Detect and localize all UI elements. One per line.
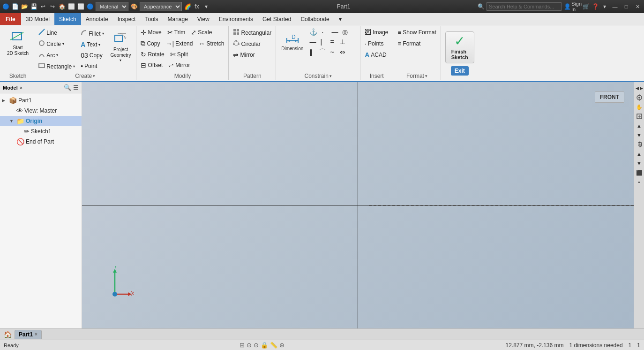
print-icon[interactable]: 🔵 (86, 3, 94, 10)
mirror-pattern-button[interactable]: ⇌ Mirror (231, 50, 257, 60)
rectangle-button[interactable]: Rectangle ▾ (36, 61, 77, 72)
search-icon[interactable]: 🔍 (477, 3, 485, 10)
circle-button[interactable]: Circle ▾ (36, 38, 67, 49)
symmetric-button[interactable]: ⇔ (338, 47, 347, 57)
help-icon[interactable]: ❓ (592, 3, 599, 10)
home-tab-icon[interactable]: 🏠 (2, 330, 14, 339)
pan-button[interactable]: ✋ (635, 103, 644, 111)
trim-button[interactable]: ✂ Trim (165, 27, 188, 38)
model-tab[interactable]: Model (3, 85, 18, 91)
menu-manage[interactable]: Manage (163, 13, 192, 25)
appearance-dropdown[interactable]: AppearanceAppearance (140, 2, 182, 11)
split-button[interactable]: ✄ Split (168, 49, 190, 60)
tree-item-part1[interactable]: ▶ 📦 Part1 (0, 95, 82, 106)
fillet-button[interactable]: Fillet ▾ (78, 28, 106, 39)
tree-item-sketch1[interactable]: ✏ Sketch1 (0, 126, 82, 137)
redo-icon[interactable]: ↪ (49, 3, 56, 10)
mirror-button[interactable]: ⇌ Mirror (166, 60, 192, 70)
rotate-button[interactable]: ⊞ (635, 140, 644, 149)
stretch-button[interactable]: ↔ Stretch (196, 38, 226, 49)
view-icon[interactable]: ⬜ (67, 3, 75, 10)
zoom-button[interactable] (635, 112, 644, 121)
start-2d-sketch-button[interactable]: Start2D Sketch (4, 27, 32, 59)
rectangular-button[interactable]: Rectangular (231, 27, 274, 38)
text-button[interactable]: A Text ▾ (78, 39, 103, 50)
coincident-button[interactable]: · (320, 27, 329, 37)
collinear-button[interactable]: — (329, 27, 340, 37)
look-at-button[interactable] (635, 93, 644, 102)
maximize-button[interactable]: □ (622, 2, 631, 11)
home-icon[interactable]: 🏠 (58, 3, 66, 10)
tree-item-view-master[interactable]: 👁 View: Master (0, 106, 82, 116)
points-button[interactable]: · Points (362, 38, 386, 49)
sign-in-label[interactable]: Sign In (573, 3, 580, 10)
settings-button[interactable]: • (635, 178, 644, 186)
perpendicular-button[interactable]: ⊥ (338, 37, 347, 46)
view-dropdown-icon[interactable]: ⬜ (77, 3, 84, 10)
save-file-icon[interactable]: 💾 (30, 3, 37, 10)
exit-button[interactable]: Exit (451, 66, 469, 76)
search-input[interactable] (487, 2, 562, 11)
fix-button[interactable]: ⚓ (307, 27, 319, 37)
crosshair-icon[interactable]: ⊕ (279, 342, 285, 349)
copy-button[interactable]: 03 Copy (78, 50, 105, 61)
fx-icon[interactable]: fx (193, 3, 201, 10)
acad-button[interactable]: A ACAD (362, 50, 389, 60)
image-button[interactable]: 🖼 Image (362, 27, 390, 38)
project-geometry-button[interactable]: ProjectGeometry ▾ (107, 29, 135, 65)
tree-item-origin[interactable]: ▼ 📁 Origin (0, 116, 82, 126)
new-file-icon[interactable]: 📄 (11, 3, 19, 10)
copy2-button[interactable]: ⧉ Copy (138, 38, 162, 49)
material-dropdown[interactable]: MaterialMaterial (96, 2, 128, 11)
zoom-up-button[interactable]: ▲ (635, 122, 644, 130)
tree-item-end-of-part[interactable]: 🚫 End of Part (0, 137, 82, 147)
search-sidebar-icon[interactable]: 🔍 (64, 84, 71, 91)
constrain-expand-icon[interactable]: ▾ (329, 74, 332, 78)
menu-view[interactable]: View (193, 13, 214, 25)
add-tab[interactable]: + (24, 85, 27, 91)
menu-tools[interactable]: Tools (140, 13, 163, 25)
snap-icon[interactable]: ⊙ (247, 342, 252, 349)
create-expand-icon[interactable]: ▾ (93, 74, 95, 78)
move-button[interactable]: ✛ Move (138, 27, 164, 38)
undo-icon[interactable]: ↩ (39, 3, 47, 10)
tangent-button[interactable]: ⌒ (317, 47, 328, 57)
dimension-button[interactable]: D Dimension (278, 28, 307, 54)
close-button[interactable]: ✕ (633, 2, 642, 11)
menu-more[interactable]: ▾ (334, 13, 346, 25)
part1-tab-close[interactable]: × (35, 332, 37, 337)
notifications-icon[interactable]: 🛒 (582, 3, 590, 10)
parallel-button[interactable]: ∥ (307, 47, 317, 57)
settings-sidebar-icon[interactable]: ☰ (73, 84, 79, 91)
format-button[interactable]: ≡ Format (395, 38, 423, 49)
show-format-button[interactable]: ≡ Show Format (395, 27, 439, 38)
horizontal-button[interactable]: — (307, 37, 318, 46)
format-expand-icon[interactable]: ▾ (425, 74, 427, 78)
smooth-button[interactable]: ~ (328, 47, 337, 57)
measure-icon[interactable]: 📏 (270, 342, 277, 349)
menu-file[interactable]: File (0, 13, 21, 25)
rotate-up-button[interactable]: ▲ (635, 150, 644, 158)
more-icon[interactable]: ▾ (202, 3, 210, 10)
zoom-down-button[interactable]: ▼ (635, 131, 644, 139)
part1-expand-icon[interactable]: ▶ (2, 98, 7, 103)
menu-3d-model[interactable]: 3D Model (21, 13, 54, 25)
arc-button[interactable]: Arc ▾ (36, 50, 60, 61)
snap2-icon[interactable]: ⊙ (254, 342, 259, 349)
offset-button[interactable]: ⊟ Offset (138, 60, 165, 70)
minimize-button[interactable]: — (610, 2, 620, 11)
part1-tab[interactable]: Part1 × (15, 330, 42, 339)
menu-environments[interactable]: Environments (214, 13, 258, 25)
menu-sketch[interactable]: Sketch (54, 13, 81, 25)
dropdown-icon[interactable]: ▾ (601, 3, 608, 10)
menu-collaborate[interactable]: Collaborate (296, 13, 334, 25)
finish-sketch-button[interactable]: ✓ FinishSketch (445, 31, 474, 63)
close-tab[interactable]: × (20, 85, 22, 91)
lock-icon[interactable]: 🔒 (261, 342, 268, 349)
extend-button[interactable]: →| Extend (163, 38, 195, 49)
viewport[interactable]: FRONT Y X (82, 82, 634, 328)
line-button[interactable]: Line (36, 27, 60, 38)
menu-inspect[interactable]: Inspect (113, 13, 141, 25)
rotate-down-button[interactable]: ▼ (635, 159, 644, 167)
scale-button[interactable]: ⤢ Scale (188, 27, 214, 38)
